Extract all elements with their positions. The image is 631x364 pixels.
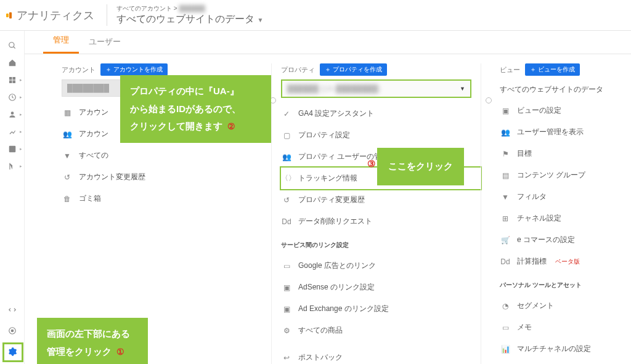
- account-trash-item[interactable]: 🗑ゴミ箱: [62, 188, 271, 209]
- column-view: ビュー ＋ ビューを作成 すべてのウェブサイトのデータ ▣ビューの設定 👥ユーザ…: [481, 63, 631, 364]
- postback-icon: ↩: [281, 354, 292, 362]
- callout-3: ③ ここをクリック: [377, 148, 464, 185]
- history-icon: ↺: [281, 196, 292, 204]
- nav-audience-icon[interactable]: ▸: [0, 106, 25, 123]
- nav-search-icon[interactable]: [0, 37, 25, 54]
- callout-2: プロパティの中に『UA-』 から始まるIDがあるので、 クリックして開きます②: [120, 75, 271, 143]
- nav-acquisition-icon[interactable]: ▸: [0, 123, 25, 140]
- google-ads-link-item[interactable]: ▭Google 広告とのリンク: [281, 255, 481, 277]
- property-selector[interactable]: ██████ (UA-████████)▼: [281, 79, 471, 98]
- ga4-assistant-item[interactable]: ✓GA4 設定アシスタント: [281, 103, 481, 124]
- svg-rect-3: [12, 77, 15, 80]
- segments-item[interactable]: ◔セグメント: [500, 295, 631, 317]
- trash-icon: 🗑: [62, 195, 73, 203]
- property-settings-item[interactable]: ▢プロパティ設定: [281, 124, 481, 146]
- custom-channel-item[interactable]: ⊞カスタム チャネル グループベータ版: [500, 360, 631, 364]
- view-settings-item[interactable]: ▣ビューの設定: [500, 100, 631, 121]
- property-history-item[interactable]: ↺プロパティ変更履歴: [281, 189, 481, 211]
- svg-point-10: [11, 330, 14, 332]
- segment-icon: ◔: [500, 302, 511, 310]
- left-nav: ▸ ▸ ▸ ▸ ▸ ▸: [0, 31, 25, 364]
- all-products-item[interactable]: ⚙すべての商品: [281, 320, 481, 341]
- tools-section: パーソナル ツールとアセット: [500, 272, 631, 295]
- create-view-button[interactable]: ＋ ビューを作成: [525, 63, 580, 76]
- breadcrumb[interactable]: すべてのアカウント > ██████ すべてのウェブサイトのデータ ▼: [107, 4, 263, 26]
- settings-highlight: [2, 342, 23, 362]
- nav-discover-icon[interactable]: [0, 322, 25, 339]
- code-icon: 〈〉: [281, 173, 292, 184]
- annotations-item[interactable]: ▭メモ: [500, 317, 631, 338]
- adexchange-link-item[interactable]: ▣Ad Exchange のリンク設定: [281, 298, 481, 320]
- timeline-dot: [486, 97, 492, 103]
- delete-icon: Dd: [281, 217, 292, 226]
- create-account-button[interactable]: ＋ アカウントを作成: [100, 63, 168, 76]
- breadcrumb-view: すべてのウェブサイトのデータ: [116, 14, 254, 24]
- ads-icon: ▭: [281, 262, 292, 270]
- settings-icon: ▣: [500, 107, 511, 115]
- property-label: プロパティ: [281, 65, 315, 75]
- svg-rect-8: [9, 146, 15, 153]
- callout-1: 画面の左下部にある 管理をクリック①: [37, 318, 148, 364]
- cart-icon: 🛒: [500, 236, 511, 245]
- channel-settings-item[interactable]: ⊞チャネル設定: [500, 208, 631, 229]
- adexchange-icon: ▣: [281, 305, 292, 313]
- channel-icon: ⊞: [500, 214, 511, 223]
- nav-attribution-icon[interactable]: [0, 301, 25, 318]
- calc-metrics-item[interactable]: Dd計算指標ベータ版: [500, 251, 631, 272]
- account-filters-item[interactable]: ▼すべての: [62, 145, 271, 166]
- svg-point-0: [9, 42, 14, 47]
- filter-icon: ▼: [62, 152, 73, 160]
- filter-icon: ▼: [500, 193, 511, 201]
- users-icon: 👥: [62, 130, 73, 139]
- products-icon: ⚙: [281, 326, 292, 335]
- column-property: プロパティ ＋ プロパティを作成 ██████ (UA-████████)▼ ✓…: [271, 63, 481, 364]
- data-delete-item[interactable]: Ddデータ削除リクエスト: [281, 211, 481, 232]
- nav-customization-icon[interactable]: ▸: [0, 71, 25, 89]
- content-icon: ▤: [500, 171, 511, 180]
- svg-line-1: [13, 47, 15, 49]
- account-history-item[interactable]: ↺アカウント変更履歴: [62, 166, 271, 188]
- goals-item[interactable]: ⚑目標: [500, 143, 631, 164]
- history-icon: ↺: [62, 173, 73, 182]
- adsense-icon: ▣: [281, 283, 292, 292]
- ecommerce-item[interactable]: 🛒e コマースの設定: [500, 229, 631, 251]
- adsense-link-item[interactable]: ▣AdSense のリンク設定: [281, 277, 481, 298]
- analytics-logo-icon: [6, 12, 12, 18]
- link-section: サービス間のリンク設定: [281, 232, 481, 255]
- view-users-item[interactable]: 👥ユーザー管理を表示: [500, 121, 631, 143]
- check-icon: ✓: [281, 110, 292, 118]
- account-label: アカウント: [62, 65, 96, 75]
- svg-rect-2: [9, 77, 12, 80]
- note-icon: ▭: [500, 323, 511, 332]
- svg-rect-4: [9, 81, 12, 84]
- nav-behavior-icon[interactable]: ▸: [0, 140, 25, 158]
- tab-user[interactable]: ユーザー: [79, 30, 131, 54]
- multichannel-item[interactable]: 📊マルチチャネルの設定: [500, 338, 631, 360]
- caret-down-icon: ▼: [460, 86, 465, 92]
- breadcrumb-accounts: すべてのアカウント >: [116, 5, 177, 12]
- view-selector[interactable]: すべてのウェブサイトのデータ: [481, 79, 631, 100]
- view-label: ビュー: [500, 65, 520, 75]
- postback-item[interactable]: ↩ポストバック: [281, 341, 481, 364]
- nav-realtime-icon[interactable]: ▸: [0, 89, 25, 106]
- create-property-button[interactable]: ＋ プロパティを作成: [320, 63, 387, 76]
- content-groups-item[interactable]: ▤コンテンツ グループ: [500, 164, 631, 186]
- tabs: 管理 ユーザー: [25, 31, 631, 54]
- filters-item[interactable]: ▼フィルタ: [500, 186, 631, 208]
- nav-conversions-icon[interactable]: ▸: [0, 158, 25, 175]
- users-icon: 👥: [281, 153, 292, 161]
- metrics-icon: Dd: [500, 257, 511, 266]
- settings-icon: ▦: [62, 108, 73, 117]
- caret-down-icon: ▼: [257, 17, 263, 23]
- app-header: アナリティクス すべてのアカウント > ██████ すべてのウェブサイトのデー…: [0, 0, 631, 31]
- svg-point-7: [10, 111, 14, 115]
- multichannel-icon: 📊: [500, 345, 511, 354]
- tab-admin[interactable]: 管理: [43, 28, 79, 54]
- flag-icon: ⚑: [500, 150, 511, 158]
- svg-rect-5: [12, 81, 15, 84]
- settings-icon: ▢: [281, 131, 292, 140]
- users-icon: 👥: [500, 128, 511, 137]
- nav-home-icon[interactable]: [0, 54, 25, 71]
- app-title: アナリティクス: [17, 8, 94, 23]
